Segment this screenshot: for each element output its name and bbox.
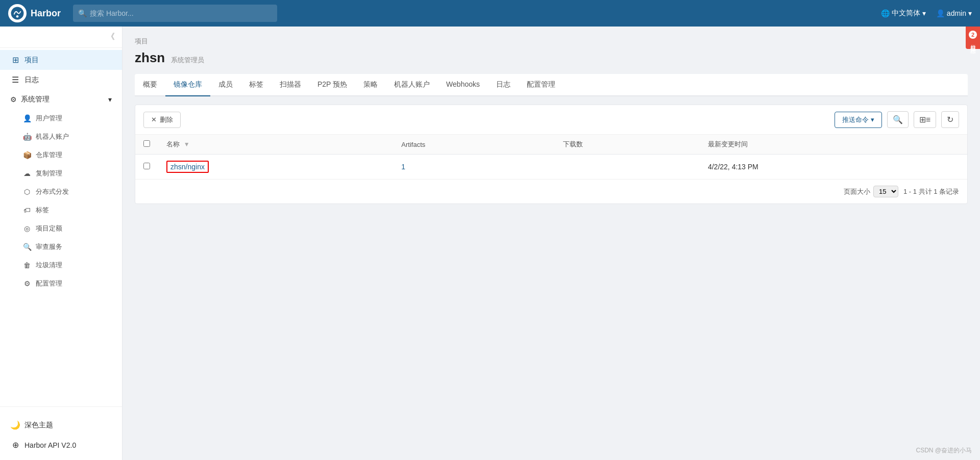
sidebar-item-tags[interactable]: 🏷 标签 xyxy=(0,201,122,219)
search-bar[interactable]: 🔍 xyxy=(73,5,277,22)
sidebar-item-label: 日志 xyxy=(24,75,39,85)
lang-label: 中文简体 xyxy=(892,9,920,18)
sidebar-item-logs[interactable]: ☰ 日志 xyxy=(0,70,122,90)
filter-icon[interactable]: ▼ xyxy=(184,141,190,148)
sidebar-item-projects[interactable]: ⊞ 项目 xyxy=(0,50,122,70)
tab-members[interactable]: 成员 xyxy=(210,74,241,96)
search-input[interactable] xyxy=(90,9,272,17)
sidebar-sub-label: 审查服务 xyxy=(36,242,62,251)
grid-view-button[interactable]: ⊞≡ xyxy=(914,111,936,128)
sidebar: 《 ⊞ 项目 ☰ 日志 ⚙ 系统管理 ▾ 👤 用户管理 🤖 机器人 xyxy=(0,27,122,460)
select-all-checkbox[interactable] xyxy=(143,140,150,147)
top-navigation: Harbor 🔍 🌐 中文简体 ▾ 👤 admin ▾ xyxy=(0,0,980,27)
search-button[interactable]: 🔍 xyxy=(887,111,909,128)
svg-point-1 xyxy=(16,15,19,18)
refresh-button[interactable]: ↻ xyxy=(941,111,959,128)
sidebar-item-distribution[interactable]: ⬡ 分布式分发 xyxy=(0,183,122,201)
settings-icon: ⚙ xyxy=(10,95,17,104)
row-checkbox[interactable] xyxy=(143,163,150,169)
sidebar-item-garbage[interactable]: 🗑 垃圾清理 xyxy=(0,256,122,274)
table-body: zhsn/nginx 1 4/2/22, 4:13 PM xyxy=(135,155,967,180)
tab-robot-accounts[interactable]: 机器人账户 xyxy=(386,74,438,96)
push-label: 推送命令 xyxy=(842,115,869,124)
logo-icon xyxy=(8,4,27,22)
notification-bar[interactable]: 2 拦截日志推 xyxy=(966,27,980,49)
tab-webhooks[interactable]: Webhooks xyxy=(438,74,488,96)
push-command-button[interactable]: 推送命令 ▾ xyxy=(835,112,882,128)
repository-link[interactable]: zhsn/nginx xyxy=(166,161,209,173)
user-label: admin xyxy=(947,9,966,17)
tab-labels[interactable]: 标签 xyxy=(241,74,272,96)
delete-label: 删除 xyxy=(160,115,173,124)
sidebar-item-robot-accounts[interactable]: 🤖 机器人账户 xyxy=(0,127,122,146)
col-artifacts: Artifacts xyxy=(393,135,554,155)
interrogation-icon: 🔍 xyxy=(22,243,32,251)
pagination: 页面大小 15 25 50 1 - 1 共计 1 条记录 xyxy=(135,179,967,203)
app-name: Harbor xyxy=(31,8,61,19)
sidebar-sub-label: 仓库管理 xyxy=(36,150,62,160)
sidebar-group-system[interactable]: ⚙ 系统管理 ▾ xyxy=(0,90,122,109)
language-selector[interactable]: 🌐 中文简体 ▾ xyxy=(881,9,926,18)
csdn-credit: CSDN @奋进的小马 xyxy=(916,446,972,455)
sidebar-bottom: 🌙 深色主题 ⊕ Harbor API V2.0 xyxy=(0,406,122,460)
last-modified-cell: 4/2/22, 4:13 PM xyxy=(700,155,967,180)
tab-logs[interactable]: 日志 xyxy=(488,74,519,96)
artifacts-link[interactable]: 1 xyxy=(401,163,405,171)
refresh-icon: ↻ xyxy=(947,115,953,124)
chevron-down-icon: ▾ xyxy=(922,9,926,17)
chevron-down-icon: ▾ xyxy=(968,9,972,17)
table-header: 名称 ▼ Artifacts 下载数 最新变更时间 xyxy=(135,135,967,155)
sidebar-group-label: 系统管理 xyxy=(21,95,50,104)
projects-icon: ⊞ xyxy=(10,55,20,65)
sidebar-sub-label: 配置管理 xyxy=(36,279,62,288)
tab-repositories[interactable]: 镜像仓库 xyxy=(165,74,210,96)
sidebar-item-config-management[interactable]: ⚙ 配置管理 xyxy=(0,274,122,293)
toolbar-left: ✕ 删除 xyxy=(143,112,181,128)
distribution-icon: ⬡ xyxy=(22,188,32,196)
api-icon: ⊕ xyxy=(10,440,20,450)
user-icon: 👤 xyxy=(936,9,945,17)
sidebar-item-dark-theme[interactable]: 🌙 深色主题 xyxy=(0,415,122,435)
sidebar-collapse-area: 《 xyxy=(0,27,122,48)
col-name: 名称 ▼ xyxy=(158,135,393,155)
sidebar-item-user-management[interactable]: 👤 用户管理 xyxy=(0,109,122,127)
search-icon: 🔍 xyxy=(78,9,87,17)
search-icon: 🔍 xyxy=(893,115,903,124)
notification-text: 拦截日志推 xyxy=(969,40,977,45)
tab-p2p[interactable]: P2P 预热 xyxy=(309,74,355,96)
moon-icon: 🌙 xyxy=(10,420,20,430)
notification-count: 2 xyxy=(969,31,977,39)
tab-config[interactable]: 配置管理 xyxy=(519,74,564,96)
layout: 《 ⊞ 项目 ☰ 日志 ⚙ 系统管理 ▾ 👤 用户管理 🤖 机器人 xyxy=(0,27,980,460)
repositories-table-card: ✕ 删除 推送命令 ▾ 🔍 ⊞≡ ↻ xyxy=(135,105,968,204)
sidebar-item-api[interactable]: ⊕ Harbor API V2.0 xyxy=(0,435,122,455)
page-size-label: 页面大小 xyxy=(844,187,870,196)
sidebar-item-replication[interactable]: ☁ 复制管理 xyxy=(0,164,122,183)
topnav-right: 🌐 中文简体 ▾ 👤 admin ▾ xyxy=(881,9,972,18)
sidebar-sub-label: 分布式分发 xyxy=(36,187,69,196)
user-icon: 👤 xyxy=(22,114,32,122)
globe-icon: 🌐 xyxy=(881,9,890,17)
tab-scanners[interactable]: 扫描器 xyxy=(272,74,309,96)
config-icon: ⚙ xyxy=(22,279,32,288)
sidebar-collapse-button[interactable]: 《 xyxy=(107,32,115,42)
downloads-cell xyxy=(555,155,700,180)
tab-overview[interactable]: 概要 xyxy=(135,74,165,96)
registry-icon: 📦 xyxy=(22,151,32,159)
project-header: zhsn 系统管理员 xyxy=(135,50,968,66)
tags-icon: 🏷 xyxy=(22,206,32,214)
delete-icon: ✕ xyxy=(151,116,157,123)
delete-button[interactable]: ✕ 删除 xyxy=(143,112,181,128)
tab-bar: 概要 镜像仓库 成员 标签 扫描器 P2P 预热 策略 机器人账户 Webhoo… xyxy=(135,74,968,96)
repositories-table: 名称 ▼ Artifacts 下载数 最新变更时间 xyxy=(135,135,967,179)
tab-policy[interactable]: 策略 xyxy=(355,74,386,96)
app-logo[interactable]: Harbor xyxy=(8,4,61,22)
robot-icon: 🤖 xyxy=(22,133,32,141)
user-menu[interactable]: 👤 admin ▾ xyxy=(936,9,972,17)
page-size-dropdown[interactable]: 15 25 50 xyxy=(873,186,898,197)
logs-icon: ☰ xyxy=(10,75,20,85)
sidebar-item-registry-management[interactable]: 📦 仓库管理 xyxy=(0,146,122,164)
sidebar-item-quota[interactable]: ◎ 项目定额 xyxy=(0,219,122,238)
sidebar-item-interrogation[interactable]: 🔍 审查服务 xyxy=(0,238,122,256)
chevron-down-icon: ▾ xyxy=(108,95,112,104)
